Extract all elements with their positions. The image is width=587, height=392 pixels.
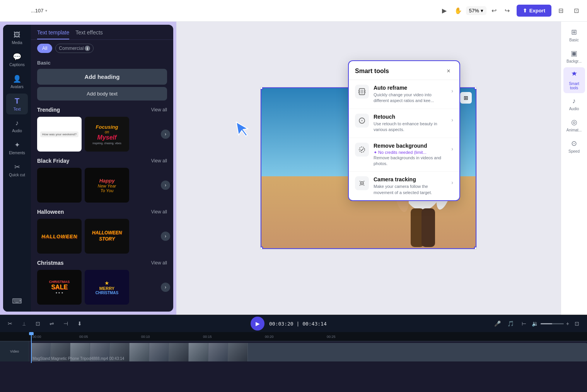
bf-template-2[interactable]: Happy New Year To You (85, 168, 129, 203)
camera-tracking-item[interactable]: Camera tracking Make your camera follow … (349, 172, 459, 200)
timeline-slice-button[interactable]: ⊣ (60, 318, 71, 329)
topbar-tools: ▶ ✋ 57% ▾ ↩ ↪ (438, 5, 514, 17)
sidebar-item-avatars[interactable]: 👤 Avatars (6, 72, 28, 92)
smart-tools-panel: Smart tools × (348, 60, 460, 201)
retouch-name: Retouch (374, 114, 447, 120)
volume-slider[interactable] (541, 323, 564, 324)
retouch-arrow-icon: › (451, 117, 453, 123)
rs-item-basic[interactable]: ⊞ Basic (563, 25, 585, 45)
audio-track-button[interactable]: 🎵 (505, 318, 516, 329)
timeline-transform-button[interactable]: ⇌ (46, 318, 57, 329)
trending-title: Trending (37, 107, 60, 113)
svg-rect-11 (360, 90, 363, 94)
fullscreen-button[interactable]: ⊡ (570, 5, 582, 17)
timeline-split-button[interactable]: ✂ (5, 318, 15, 329)
select-tool-button[interactable]: ▶ (438, 5, 450, 17)
tab-text-effects[interactable]: Text effects (75, 29, 103, 39)
rs-item-speed[interactable]: ⊙ Speed (563, 136, 585, 157)
rs-item-animate[interactable]: ◎ Animat... (563, 115, 585, 135)
sidebar-item-media[interactable]: 🖼 Media (6, 28, 28, 48)
halloween-next-button[interactable]: › (161, 232, 170, 241)
timeline-crop-button[interactable]: ⊡ (32, 318, 43, 329)
hw-template-1[interactable]: HALLOWEEN (37, 219, 82, 254)
pan-tool-button[interactable]: ✋ (452, 5, 464, 17)
sidebar-item-captions[interactable]: 💬 Captions (6, 49, 28, 70)
export-button[interactable]: ⬆ Export (517, 5, 551, 17)
camera-tracking-name: Camera tracking (374, 176, 447, 182)
play-button[interactable]: ▶ (251, 317, 264, 331)
black-friday-templates: Happy New Year To You › (37, 168, 167, 203)
redo-button[interactable]: ↪ (501, 5, 514, 17)
halloween-templates: HALLOWEEN HALLOWEEN STORY › (37, 219, 167, 254)
xmas-template-2[interactable]: ★ MERRY CHRISTMAS (85, 270, 129, 305)
avatars-icon: 👤 (13, 75, 21, 83)
rs-item-audio[interactable]: ♪ Audio (563, 94, 585, 114)
undo-button[interactable]: ↩ (488, 5, 500, 17)
playhead[interactable] (31, 332, 32, 363)
auto-reframe-item[interactable]: Auto reframe Quickly change your video i… (349, 80, 459, 109)
sidebar-item-quickcut[interactable]: ✂ Quick cut (6, 160, 28, 180)
panel-tabs: Text template Text effects (37, 29, 167, 39)
hw-template-2[interactable]: HALLOWEEN STORY (85, 219, 129, 254)
smart-tools-close-button[interactable]: × (444, 66, 453, 76)
ruler-mark-3: 00:15 (203, 335, 212, 339)
trending-template-2[interactable]: Focusing on Myself inspiring. chasing. v… (85, 117, 129, 152)
microphone-button[interactable]: 🎤 (492, 318, 503, 329)
timeline-download-button[interactable]: ⬇ (74, 318, 85, 329)
time-display: 00:03:20 | 00:43:14 (269, 321, 327, 327)
trending-template-1[interactable]: How was your weekend? (37, 117, 82, 152)
audio-icon: ♪ (15, 119, 19, 127)
svg-rect-9 (421, 208, 435, 247)
halloween-view-all[interactable]: View all (151, 209, 167, 215)
rs-item-smart-tools[interactable]: Smart tools (563, 67, 585, 93)
quickcut-icon: ✂ (14, 163, 20, 171)
retouch-icon (355, 114, 369, 128)
black-friday-next-button[interactable]: › (161, 181, 170, 190)
bf-template-1[interactable] (37, 168, 82, 203)
volume-plus-icon: + (566, 320, 569, 327)
sidebar-item-elements[interactable]: ✦ Elements (6, 138, 28, 158)
filter-commercial-button[interactable]: Commercial ℹ (55, 44, 94, 53)
zoom-control[interactable]: 57% ▾ (466, 6, 486, 15)
crop-button[interactable]: ⊞ (460, 92, 472, 104)
halloween-title: Halloween (37, 209, 64, 215)
sidebar-item-audio[interactable]: ♪ Audio (6, 116, 28, 136)
christmas-next-button[interactable]: › (161, 283, 170, 292)
layout-button[interactable]: ⊟ (555, 5, 567, 17)
rs-item-background[interactable]: ▣ Backgr... (563, 46, 585, 66)
trending-next-button[interactable]: › (161, 130, 170, 139)
black-friday-view-all[interactable]: View all (151, 158, 167, 164)
trending-view-all[interactable]: View all (151, 107, 167, 112)
remove-bg-item[interactable]: Remove background ✦ No credits needed (l… (349, 138, 459, 172)
sidebar-item-text[interactable]: T Text (6, 94, 28, 114)
christmas-view-all[interactable]: View all (151, 260, 167, 266)
christmas-title: Christmas (37, 260, 63, 266)
basic-section: Basic Add heading Add body text (37, 60, 167, 101)
timeline-center: ▶ 00:03:20 | 00:43:14 (251, 317, 327, 331)
audio-split-button[interactable]: ⊢ (519, 318, 529, 329)
timeline-right-tools: 🎤 🎵 ⊢ 🔉 + ⊡ (492, 318, 582, 329)
tab-text-template[interactable]: Text template (37, 29, 69, 39)
left-panel: 🖼 Media 💬 Captions 👤 Avatars T Text (3, 25, 173, 312)
auto-reframe-icon (355, 85, 369, 99)
xmas-template-1[interactable]: CHRISTMAS SALE ✦ ✦ ✦ (37, 270, 82, 305)
text-icon: T (15, 97, 19, 106)
timeline: ✂ ⟂ ⊡ ⇌ ⊣ ⬇ ▶ 00:03:20 | 00:43:14 🎤 🎵 ⊢ (0, 315, 587, 392)
retouch-item[interactable]: Retouch Use retouch to enhance beauty in… (349, 109, 459, 138)
add-heading-button[interactable]: Add heading (37, 69, 167, 85)
panel-header: Text template Text effects (31, 25, 173, 40)
ruler-mark-5: 00:25 (327, 335, 336, 339)
cursor-overlay (235, 119, 252, 141)
trending-templates: How was your weekend? Focusing on Myself… (37, 117, 167, 152)
left-panel-inner: 🖼 Media 💬 Captions 👤 Avatars T Text (3, 25, 173, 312)
sidebar-item-keyboard[interactable]: ⌨ (6, 294, 28, 308)
project-name: ...107 ▾ (31, 8, 47, 14)
filter-all-button[interactable]: All (37, 44, 52, 53)
ruler-mark-2: 00:10 (141, 335, 150, 339)
add-body-button[interactable]: Add body text (37, 87, 167, 101)
canvas-viewport: ⛶ ⊟ ⊞ Smart tools × (176, 22, 561, 315)
playhead-head (29, 332, 34, 335)
right-sidebar: ⊞ Basic ▣ Backgr... Smart tools ♪ Audio (561, 22, 587, 315)
timeline-trim-button[interactable]: ⟂ (19, 318, 29, 329)
fullscreen-timeline-button[interactable]: ⊡ (572, 318, 582, 329)
